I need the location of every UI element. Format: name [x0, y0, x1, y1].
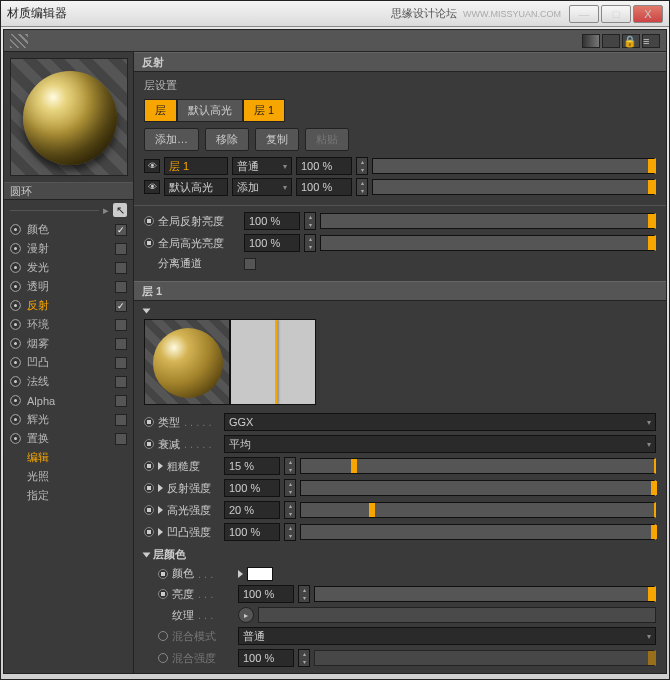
blend-mode-dropdown[interactable]: 普通 — [232, 157, 292, 175]
global-slider[interactable] — [320, 213, 656, 229]
channel-checkbox[interactable]: ✓ — [115, 224, 127, 236]
brightness-field[interactable]: 100 % — [238, 585, 294, 603]
brightness-slider[interactable] — [314, 586, 656, 602]
channel-row[interactable]: 反射✓ — [4, 296, 133, 315]
nav-next-button[interactable] — [602, 34, 620, 48]
channel-row[interactable]: 光照 — [4, 467, 133, 486]
param-field[interactable]: 100 % — [224, 523, 280, 541]
global-radio[interactable] — [144, 238, 154, 248]
global-field[interactable]: 100 % — [244, 212, 300, 230]
layer-opacity-spinner[interactable]: ▴▾ — [356, 157, 368, 175]
channel-radio[interactable] — [10, 319, 21, 330]
layer-name[interactable]: 层 1 — [164, 157, 228, 175]
param-radio[interactable] — [144, 461, 154, 471]
layer-row[interactable]: 👁 层 1 普通 100 % ▴▾ — [144, 157, 656, 175]
param-radio[interactable] — [144, 527, 154, 537]
channel-radio[interactable] — [10, 414, 21, 425]
global-spinner[interactable]: ▴▾ — [304, 234, 316, 252]
color-swatch[interactable] — [247, 567, 273, 581]
channel-radio[interactable] — [10, 357, 21, 368]
channel-radio[interactable] — [10, 338, 21, 349]
channel-checkbox[interactable] — [115, 319, 127, 331]
paste-button[interactable]: 粘贴 — [305, 128, 349, 151]
color-radio[interactable] — [158, 569, 168, 579]
channel-radio[interactable] — [10, 281, 21, 292]
blend-mode-dropdown[interactable]: 添加 — [232, 178, 292, 196]
param-expand-icon[interactable] — [158, 484, 163, 492]
channel-checkbox[interactable] — [115, 338, 127, 350]
color-expand-icon[interactable] — [238, 570, 243, 578]
texture-button[interactable]: ▸ — [238, 607, 254, 623]
layer-name[interactable]: 默认高光 — [164, 178, 228, 196]
layer-opacity-slider[interactable] — [372, 179, 656, 195]
param-field[interactable]: 100 % — [224, 479, 280, 497]
layer-opacity-field[interactable]: 100 % — [296, 157, 352, 175]
channel-row[interactable]: 编辑 — [4, 448, 133, 467]
param-spinner[interactable]: ▴▾ — [284, 457, 296, 475]
param-slider[interactable] — [300, 502, 656, 518]
param-field[interactable]: 20 % — [224, 501, 280, 519]
add-button[interactable]: 添加… — [144, 128, 199, 151]
channel-checkbox[interactable] — [115, 281, 127, 293]
channel-checkbox[interactable] — [115, 243, 127, 255]
lock-icon[interactable]: 🔒 — [622, 34, 640, 48]
param-spinner[interactable]: ▴▾ — [284, 479, 296, 497]
minimize-button[interactable]: — — [569, 5, 599, 23]
channel-row[interactable]: 环境 — [4, 315, 133, 334]
channel-row[interactable]: 辉光 — [4, 410, 133, 429]
channel-radio[interactable] — [10, 395, 21, 406]
brightness-radio[interactable] — [158, 589, 168, 599]
channel-row[interactable]: 置换 — [4, 429, 133, 448]
channel-row[interactable]: 法线 — [4, 372, 133, 391]
menu-icon[interactable]: ≡ — [642, 34, 660, 48]
channel-checkbox[interactable] — [115, 414, 127, 426]
channel-radio[interactable] — [10, 300, 21, 311]
tab-default-specular[interactable]: 默认高光 — [177, 99, 243, 122]
channel-checkbox[interactable] — [115, 433, 127, 445]
atten-dropdown[interactable]: 平均 — [224, 435, 656, 453]
param-slider[interactable] — [300, 480, 656, 496]
layer-row[interactable]: 👁 默认高光 添加 100 % ▴▾ — [144, 178, 656, 196]
param-expand-icon[interactable] — [158, 528, 163, 536]
channel-checkbox[interactable] — [115, 376, 127, 388]
param-spinner[interactable]: ▴▾ — [284, 523, 296, 541]
param-expand-icon[interactable] — [158, 506, 163, 514]
channel-radio[interactable] — [10, 243, 21, 254]
tab-layer1[interactable]: 层 1 — [243, 99, 285, 122]
param-slider[interactable] — [300, 458, 656, 474]
global-spinner[interactable]: ▴▾ — [304, 212, 316, 230]
atten-radio[interactable] — [144, 439, 154, 449]
eye-icon[interactable]: 👁 — [144, 159, 160, 173]
layer-opacity-field[interactable]: 100 % — [296, 178, 352, 196]
type-dropdown[interactable]: GGX — [224, 413, 656, 431]
channel-radio[interactable] — [10, 376, 21, 387]
channel-radio[interactable] — [10, 433, 21, 444]
tab-layer[interactable]: 层 — [144, 99, 177, 122]
remove-button[interactable]: 移除 — [205, 128, 249, 151]
channel-checkbox[interactable] — [115, 357, 127, 369]
param-radio[interactable] — [144, 505, 154, 515]
separate-checkbox[interactable] — [244, 258, 256, 270]
channel-row[interactable]: 颜色✓ — [4, 220, 133, 239]
titlebar[interactable]: 材质编辑器 思缘设计论坛 WWW.MISSYUAN.COM — □ X — [1, 1, 669, 27]
expand-layer-color-icon[interactable] — [143, 552, 151, 557]
param-spinner[interactable]: ▴▾ — [284, 501, 296, 519]
global-radio[interactable] — [144, 216, 154, 226]
copy-button[interactable]: 复制 — [255, 128, 299, 151]
brightness-spinner[interactable]: ▴▾ — [298, 585, 310, 603]
channel-row[interactable]: Alpha — [4, 391, 133, 410]
param-slider[interactable] — [300, 524, 656, 540]
expand-icon[interactable] — [143, 309, 151, 314]
eye-icon[interactable]: 👁 — [144, 180, 160, 194]
channel-row[interactable]: 发光 — [4, 258, 133, 277]
close-button[interactable]: X — [633, 5, 663, 23]
channel-row[interactable]: 漫射 — [4, 239, 133, 258]
channel-checkbox[interactable] — [115, 395, 127, 407]
material-preview[interactable] — [10, 58, 128, 176]
channel-radio[interactable] — [10, 262, 21, 273]
channel-row[interactable]: 指定 — [4, 486, 133, 505]
channel-checkbox[interactable]: ✓ — [115, 300, 127, 312]
channel-row[interactable]: 烟雾 — [4, 334, 133, 353]
channel-row[interactable]: 透明 — [4, 277, 133, 296]
layer-opacity-slider[interactable] — [372, 158, 656, 174]
